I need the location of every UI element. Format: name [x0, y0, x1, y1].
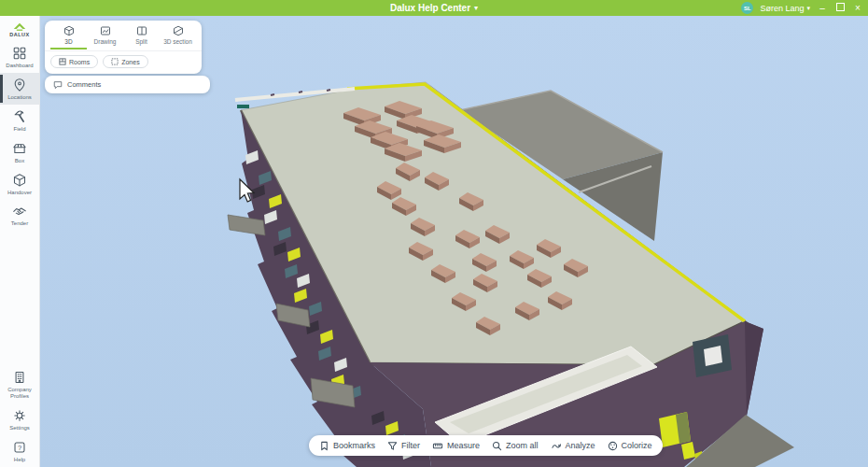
colorize-button[interactable]: Colorize — [608, 441, 652, 451]
tab-drawing[interactable]: Drawing — [87, 23, 123, 50]
sidebar-item-box[interactable]: Box — [0, 136, 39, 168]
user-menu[interactable]: Søren Lang ▾ — [760, 4, 810, 13]
magnifier-icon — [492, 441, 502, 451]
ruler-icon — [432, 441, 443, 451]
avatar[interactable]: SL — [741, 2, 753, 14]
drawing-icon — [100, 25, 111, 36]
measure-button[interactable]: Measure — [432, 441, 480, 451]
sidebar-item-field[interactable]: Field — [0, 105, 39, 136]
sidebar-spacer — [0, 231, 39, 365]
close-button[interactable]: × — [852, 4, 863, 13]
sidebar-item-tender[interactable]: Tender — [0, 199, 39, 231]
viewer-toolbar: Bookmarks Filter Measure Zoom all A — [309, 435, 663, 456]
help-icon: ? — [12, 440, 27, 455]
gear-icon — [12, 408, 27, 423]
svg-text:?: ? — [18, 444, 21, 452]
rooms-button[interactable]: Rooms — [50, 55, 98, 68]
maximize-icon — [836, 3, 845, 11]
zoom-all-button[interactable]: Zoom all — [492, 441, 539, 451]
filter-button[interactable]: Filter — [387, 441, 420, 451]
sidebar-item-help[interactable]: ? Help — [0, 435, 39, 467]
zones-icon — [111, 58, 119, 65]
minimize-button[interactable]: – — [817, 4, 828, 13]
sidebar-item-company-profiles[interactable]: Company Profiles — [0, 365, 39, 403]
box-icon — [12, 141, 27, 156]
tab-3d-section[interactable]: 3D section — [160, 23, 196, 50]
comment-bubble-icon — [53, 80, 63, 90]
parapet-sign — [237, 105, 249, 108]
tab-3d[interactable]: 3D — [50, 23, 87, 50]
analyze-icon — [551, 441, 562, 451]
titlebar: Dalux Help Center ▾ SL Søren Lang ▾ – × — [0, 0, 868, 16]
cube-section-icon — [173, 25, 184, 36]
sidebar-item-locations[interactable]: Locations — [0, 73, 39, 105]
rooms-icon — [59, 58, 66, 65]
sidebar-item-dashboard[interactable]: Dashboard — [0, 41, 39, 73]
maximize-button[interactable] — [834, 3, 846, 13]
chevron-down-icon: ▾ — [806, 5, 810, 12]
sidebar: DALUX Dashboard Locations Field Box — [0, 16, 40, 467]
project-title: Dalux Help Center — [390, 3, 470, 13]
dashboard-icon — [12, 46, 27, 61]
view-mode-card: 3D Drawing Split 3D section — [45, 21, 202, 74]
analyze-button[interactable]: Analyze — [551, 441, 595, 451]
handshake-icon — [12, 204, 27, 219]
viewport: 3D Drawing Split 3D section — [39, 16, 868, 467]
chevron-down-icon: ▾ — [474, 4, 478, 12]
sidebar-item-handover[interactable]: Handover — [0, 168, 39, 200]
logo-text: DALUX — [9, 32, 29, 37]
cube-icon — [63, 25, 75, 36]
zones-button[interactable]: Zones — [103, 55, 147, 68]
bookmarks-button[interactable]: Bookmarks — [319, 441, 375, 451]
tab-split[interactable]: Split — [123, 23, 160, 50]
comments-button[interactable]: Comments — [45, 76, 210, 93]
dalux-house-icon — [12, 21, 27, 31]
filter-icon — [387, 441, 398, 451]
building-icon — [12, 370, 27, 385]
dalux-logo: DALUX — [0, 16, 39, 41]
package-cube-icon — [12, 173, 27, 188]
sidebar-item-settings[interactable]: Settings — [0, 403, 39, 435]
location-pin-icon — [12, 78, 27, 92]
bookmark-icon — [319, 441, 329, 451]
project-selector[interactable]: Dalux Help Center ▾ — [0, 0, 868, 16]
hammer-icon — [12, 109, 27, 124]
palette-icon — [608, 441, 618, 451]
split-view-icon — [136, 25, 147, 36]
user-name: Søren Lang — [760, 4, 804, 13]
